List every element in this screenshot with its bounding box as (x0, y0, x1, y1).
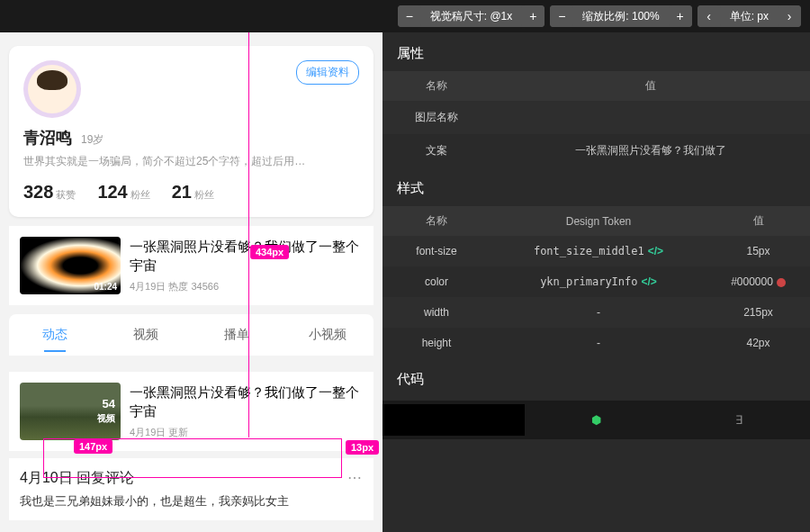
style-name: height (382, 328, 490, 358)
edit-profile-button[interactable]: 编辑资料 (296, 60, 359, 85)
attr-value: 一张黑洞照片没看够？我们做了 (490, 134, 810, 167)
attr-value (490, 101, 810, 134)
css-icon: ∃ (735, 413, 742, 427)
tab-dynamic[interactable]: 动态 (9, 314, 100, 356)
post-title: 一张黑洞照片没看够？我们做了一整个宇宙 (130, 383, 363, 420)
style-name: width (382, 297, 490, 328)
style-section-title: 样式 (382, 167, 810, 206)
visual-size-label: 视觉稿尺寸: @1x (421, 9, 522, 24)
measure-badge: 13px (346, 440, 379, 455)
color-swatch-icon (777, 278, 786, 287)
style-name: font-size (382, 236, 490, 266)
post-item[interactable]: 54 视频 一张黑洞照片没看够？我们做了一整个宇宙 4月19日 更新 (9, 372, 374, 451)
measure-line-vertical (248, 32, 249, 437)
code-tab-android[interactable]: ⬢ (525, 404, 667, 436)
style-value: 215px (706, 297, 810, 328)
tab-shortvideo[interactable]: 小视频 (283, 314, 374, 356)
design-canvas[interactable]: 434px 147px 13px 编辑资料 青沼鸣 19岁 世界其实就是一场骗局… (0, 32, 382, 532)
code-icon: </> (642, 275, 657, 288)
measure-badge: 147px (74, 439, 112, 454)
video-count: 54 (103, 397, 115, 410)
stat-num: 124 (97, 182, 127, 203)
visual-size-plus[interactable]: + (521, 5, 544, 27)
post-thumbnail: 54 视频 (20, 383, 121, 440)
stat-label: 获赞 (56, 188, 76, 202)
profile-age: 19岁 (81, 132, 104, 148)
tab-bar: 动态 视频 播单 小视频 (9, 314, 374, 356)
comment-title: 4月10日 回复评论 (20, 469, 363, 488)
attrs-section-title: 属性 (382, 32, 810, 71)
stat-num: 21 (172, 182, 192, 203)
post-item[interactable]: 01:24 一张黑洞照片没看够？我们做了一整个宇宙 4月19日 热度 34566 (9, 226, 374, 305)
style-value: #000000 (731, 275, 773, 288)
code-section-title: 代码 (382, 358, 810, 397)
attr-name: 图层名称 (382, 101, 490, 134)
zoom-label: 缩放比例: 100% (573, 9, 668, 24)
profile-bio: 世界其实就是一场骗局，简介不超过25个字符，超过后用… (23, 154, 359, 169)
measure-badge: 434px (250, 245, 289, 259)
style-name: color (382, 266, 490, 297)
stat-label: 粉丝 (130, 188, 150, 202)
col-name: 名称 (382, 206, 490, 236)
unit-label: 单位: px (721, 9, 778, 24)
avatar[interactable] (23, 60, 81, 118)
col-token: Design Token (490, 206, 706, 236)
code-tab-css[interactable]: ∃ (668, 404, 810, 436)
post-thumbnail: 01:24 (20, 237, 121, 294)
visual-size-minus[interactable]: − (398, 5, 421, 27)
more-icon[interactable]: ⋯ (347, 469, 363, 486)
profile-stats: 328获赞 124粉丝 21粉丝 (23, 182, 359, 203)
stat-label: 粉丝 (194, 188, 214, 202)
unit-prev[interactable]: ‹ (698, 5, 721, 27)
video-duration: 01:24 (94, 282, 117, 292)
code-tabs: ⬢ ∃ (382, 401, 810, 439)
code-tab-ios[interactable] (382, 404, 525, 436)
comment-body: 我也是三兄弟姐妹最小的，也是超生，我亲妈比女主 (20, 493, 363, 509)
profile-card: 编辑资料 青沼鸣 19岁 世界其实就是一场骗局，简介不超过25个字符，超过后用…… (9, 46, 374, 217)
video-count-label: 视频 (97, 413, 115, 423)
attrs-table: 名称值 图层名称 文案一张黑洞照片没看够？我们做了 (382, 71, 810, 167)
style-token: - (490, 328, 706, 358)
attr-name: 文案 (382, 134, 490, 167)
post-title: 一张黑洞照片没看够？我们做了一整个宇宙 (130, 237, 363, 275)
col-value: 值 (706, 206, 810, 236)
tab-playlist[interactable]: 播单 (192, 314, 283, 356)
style-value: 15px (706, 236, 810, 266)
tab-video[interactable]: 视频 (100, 314, 191, 356)
stat-num: 328 (23, 182, 53, 203)
unit-next[interactable]: › (778, 5, 801, 27)
style-token: ykn_primaryInfo (540, 275, 637, 288)
style-value: 42px (706, 328, 810, 358)
style-token: font_size_middle1 (534, 245, 644, 257)
comment-section[interactable]: 4月10日 回复评论 我也是三兄弟姐妹最小的，也是超生，我亲妈比女主 ⋯ (9, 458, 374, 520)
code-icon: </> (648, 245, 663, 257)
post-meta: 4月19日 更新 (130, 426, 363, 439)
android-icon: ⬢ (591, 413, 601, 427)
profile-name: 青沼鸣 (23, 127, 72, 149)
post-meta: 4月19日 热度 34566 (130, 280, 363, 293)
inspector-panel: 属性 名称值 图层名称 文案一张黑洞照片没看够？我们做了 样式 名称 Desig… (382, 32, 810, 532)
style-token: - (490, 297, 706, 328)
col-value: 值 (490, 71, 810, 101)
col-name: 名称 (382, 71, 490, 101)
zoom-minus[interactable]: − (550, 5, 573, 27)
top-toolbar: − 视觉稿尺寸: @1x + − 缩放比例: 100% + ‹ 单位: px › (0, 0, 810, 32)
zoom-plus[interactable]: + (669, 5, 692, 27)
style-table: 名称 Design Token 值 font-size font_size_mi… (382, 206, 810, 358)
